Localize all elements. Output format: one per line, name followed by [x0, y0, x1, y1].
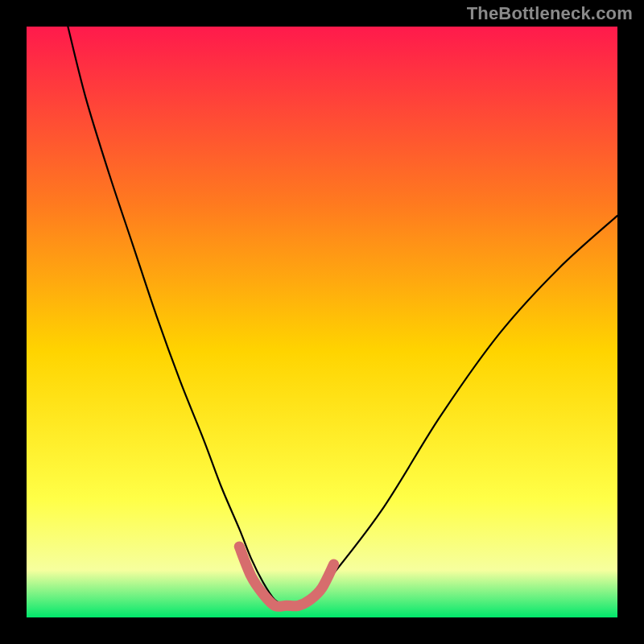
- bottleneck-chart: [0, 0, 644, 644]
- chart-stage: { "watermark": "TheBottleneck.com", "col…: [0, 0, 644, 644]
- plot-background: [27, 27, 617, 617]
- watermark-text: TheBottleneck.com: [467, 3, 633, 24]
